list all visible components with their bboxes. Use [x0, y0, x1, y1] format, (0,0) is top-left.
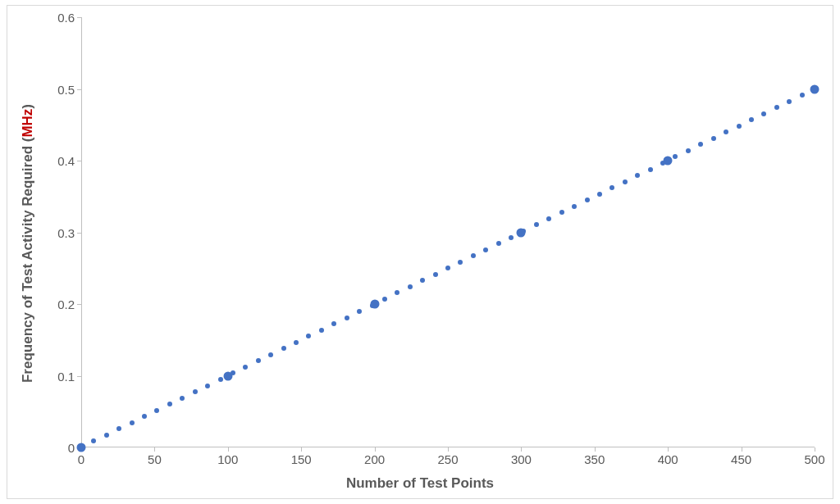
trendline-dot [609, 185, 614, 190]
y-axis-line [81, 17, 82, 447]
trendline-dot [433, 272, 438, 277]
x-tick-mark [595, 447, 596, 452]
trendline-dot [294, 340, 299, 345]
x-tick-label: 300 [511, 452, 532, 466]
x-tick-label: 500 [804, 452, 824, 466]
trendline-dot [180, 396, 185, 401]
trendline-dot [496, 241, 501, 246]
trendline-dot [395, 290, 399, 295]
y-axis-label-close: ) [20, 104, 35, 109]
x-axis-label: Number of Test Points [7, 475, 833, 492]
trendline-dot [243, 365, 248, 370]
trendline-dot [635, 173, 640, 178]
data-point [77, 443, 86, 452]
trendline-dot [559, 210, 564, 215]
y-tick-label: 0 [68, 441, 75, 455]
x-tick-mark [375, 447, 376, 452]
y-tick-label: 0.6 [57, 11, 75, 25]
trendline-dot [142, 414, 147, 419]
x-tick-label: 50 [148, 452, 162, 466]
trendline-dot [483, 247, 488, 252]
y-tick-mark [77, 161, 81, 161]
y-tick-mark [77, 17, 81, 18]
trendline-dot [471, 253, 476, 258]
x-tick-mark [448, 447, 449, 452]
data-point [223, 371, 232, 380]
x-tick-mark [668, 447, 669, 452]
x-tick-mark [815, 447, 815, 452]
trendline-dot [193, 389, 198, 394]
trendline-dot [737, 124, 742, 129]
x-tick-label: 100 [217, 452, 238, 466]
y-tick-label: 0.2 [57, 297, 75, 311]
trendline-dot [408, 284, 413, 289]
trendline-dot [800, 93, 805, 98]
trendline-dot [268, 352, 273, 357]
trendline-dot [787, 99, 792, 104]
data-point [370, 300, 379, 309]
y-axis-label-text: Frequency of Test Activity Required ( [20, 138, 35, 383]
trendline-dot [648, 167, 653, 172]
plot-area: 00.10.20.30.40.50.6050100150200250300350… [81, 17, 815, 447]
trendline-dot [205, 384, 210, 388]
trendline-dot [382, 297, 387, 302]
trendline-dot [458, 260, 463, 265]
trendline-dot [154, 408, 159, 413]
x-tick-label: 200 [364, 452, 385, 466]
trendline-dot [130, 420, 135, 425]
trendline-dot [711, 136, 716, 141]
trendline-dot [698, 142, 703, 147]
chart-frame: Frequency of Test Activity Required (MHz… [7, 5, 833, 499]
trendline-dot [673, 154, 678, 159]
trendline-dot [256, 358, 261, 363]
trendline-dot [281, 346, 286, 351]
trendline-dot [597, 192, 602, 197]
trendline-dot [167, 402, 172, 406]
x-tick-mark [742, 447, 742, 452]
data-point [810, 84, 819, 93]
trendline-dot [331, 321, 336, 326]
x-tick-mark [228, 447, 229, 452]
trendline-dot [509, 235, 514, 240]
y-tick-mark [77, 233, 81, 234]
x-tick-mark [521, 447, 522, 452]
trendline-dot [686, 148, 691, 153]
x-tick-label: 350 [584, 452, 605, 466]
x-tick-label: 150 [291, 452, 312, 466]
trendline-dot [306, 334, 311, 338]
trendline-dot [546, 216, 551, 221]
y-tick-label: 0.3 [57, 225, 75, 239]
trendline-dot [623, 179, 628, 184]
trendline-dot [585, 198, 590, 202]
data-point [517, 228, 526, 237]
x-tick-mark [301, 447, 302, 452]
trendline-dot [91, 438, 96, 443]
trendline-dot [116, 426, 121, 431]
y-tick-mark [77, 89, 81, 90]
trendline-dot [724, 129, 728, 134]
y-tick-mark [77, 304, 81, 305]
trendline-dot [345, 316, 349, 320]
trendline-dot [774, 105, 779, 110]
x-tick-label: 250 [437, 452, 458, 466]
trendline-dot [218, 377, 223, 382]
trendline-dot [319, 328, 324, 333]
data-point [664, 157, 673, 166]
x-tick-label: 450 [731, 452, 751, 466]
trendline-dot [534, 222, 539, 227]
y-tick-label: 0.4 [57, 154, 75, 168]
y-tick-mark [77, 376, 81, 377]
trendline-dot [761, 111, 766, 116]
trendline-dot [572, 204, 577, 209]
y-tick-label: 0.1 [57, 369, 75, 383]
x-tick-label: 0 [78, 452, 84, 466]
x-tick-mark [154, 447, 155, 452]
trendline-dot [749, 117, 754, 122]
trendline-dot [357, 309, 362, 314]
y-axis-label-unit: MHz [20, 109, 35, 138]
y-axis-label: Frequency of Test Activity Required (MHz… [20, 39, 36, 448]
x-tick-label: 400 [658, 452, 678, 466]
trendline-dot [445, 266, 450, 270]
trendline-dot [420, 278, 425, 283]
trendline-dot [104, 433, 109, 438]
